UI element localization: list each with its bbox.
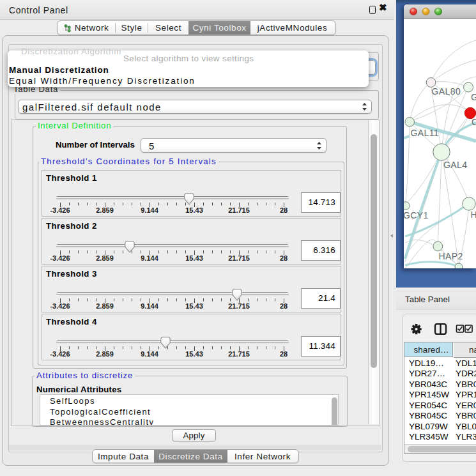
svg-text:GA: GA [471, 92, 476, 102]
svg-text:GAL11: GAL11 [411, 128, 440, 138]
svg-text:GAL4: GAL4 [443, 160, 467, 170]
svg-text:C: C [472, 117, 476, 127]
svg-text:HAP2: HAP2 [439, 251, 463, 261]
svg-text:GAL80: GAL80 [432, 86, 461, 96]
svg-text:GCY1: GCY1 [404, 210, 429, 220]
svg-text:H: H [471, 210, 476, 220]
